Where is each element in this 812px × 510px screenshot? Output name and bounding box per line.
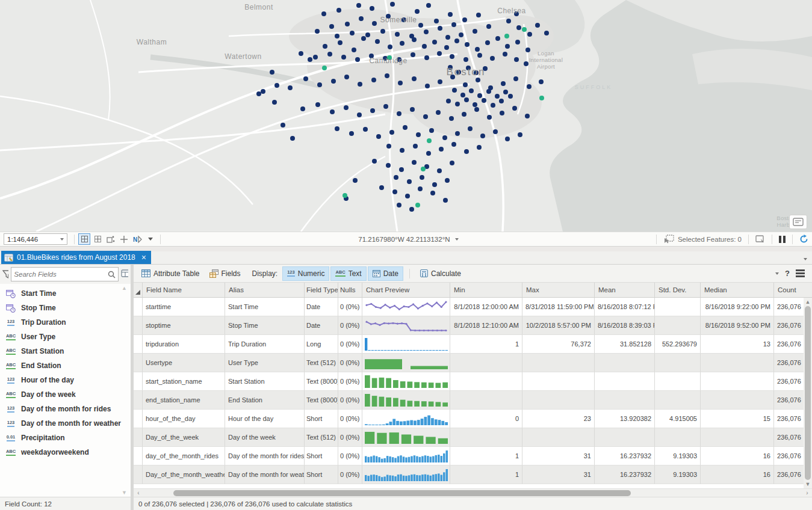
row-selector: [134, 391, 143, 410]
vertical-scroll-thumb[interactable]: [805, 306, 811, 480]
tab-bluebikes-rides[interactable]: 01.BlueBikes rides from August 2018 ×: [1, 251, 151, 264]
cell-nulls: 0 (0%): [338, 335, 362, 354]
map-scale-combobox[interactable]: 1:146,446: [4, 233, 67, 245]
station-dot: [418, 23, 423, 28]
station-dot: [462, 112, 466, 117]
station-dot: [491, 103, 495, 108]
table-row[interactable]: Day_of_the_weekDay of the weekText (512)…: [134, 428, 804, 447]
attribute-table-button[interactable]: Attribute Table: [137, 266, 204, 281]
sidebar-field-precipitation[interactable]: 0.01Precipitation: [0, 431, 131, 445]
sort-indicator-header[interactable]: [134, 283, 143, 297]
sidebar-field-end-station[interactable]: ABCEnd Station: [0, 358, 131, 373]
table-row[interactable]: hour_of_the_dayHour of the dayShort0 (0%…: [134, 410, 804, 428]
add-field-icon[interactable]: [121, 269, 128, 280]
station-dot: [432, 182, 437, 187]
cell-std-dev: 9.19303: [655, 447, 701, 465]
station-dot: [338, 40, 342, 45]
station-dot: [349, 131, 354, 136]
vertical-scrollbar[interactable]: ▲ ▼: [804, 298, 812, 488]
field-list: ▲ ▼ Start TimeStop Time123Trip DurationA…: [0, 284, 131, 497]
sidebar-field-day-of-the-week[interactable]: ABCDay of the week: [0, 387, 131, 402]
horizontal-scrollbar[interactable]: ‹ ›: [134, 488, 812, 497]
ribbon-collapse-icon[interactable]: [775, 272, 779, 275]
col-header-mean[interactable]: Mean: [595, 283, 655, 297]
cell-std-dev: 9.19303: [655, 465, 701, 484]
attribute-table-icon: [141, 269, 150, 277]
cell-std-dev: [655, 391, 701, 410]
col-header-std-dev[interactable]: Std. Dev.: [655, 283, 701, 297]
sidebar-field-stop-time[interactable]: Stop Time: [0, 301, 131, 315]
tabbar-overflow-icon[interactable]: [804, 258, 807, 260]
col-header-max[interactable]: Max: [522, 283, 595, 297]
table-row[interactable]: end_station_nameEnd StationText (8000)0 …: [134, 391, 804, 410]
col-header-count[interactable]: Count: [774, 283, 812, 297]
sidebar-field-start-station[interactable]: ABCStart Station: [0, 344, 131, 358]
sidebar-field-hour-of-the-day[interactable]: 123Hour of the day: [0, 373, 131, 387]
map-tools-dropdown[interactable]: [144, 233, 157, 245]
scroll-right-icon[interactable]: ›: [802, 490, 812, 496]
sidebar-field-user-type[interactable]: ABCUser Type: [0, 330, 131, 344]
fields-button[interactable]: Fields: [205, 266, 245, 281]
search-fields-input[interactable]: [14, 271, 108, 278]
station-dot: [308, 57, 312, 62]
tab-close-icon[interactable]: ×: [141, 253, 146, 262]
map-canvas[interactable]: BelmontWalthamWatertownSomervilleCambrid…: [0, 0, 812, 232]
sidebar-field-trip-duration[interactable]: 123Trip Duration: [0, 315, 131, 330]
table-row[interactable]: starttimeStart TimeDate0 (0%)8/1/2018 12…: [134, 298, 804, 316]
filter-icon[interactable]: [2, 269, 8, 279]
scroll-down-icon[interactable]: ▼: [804, 480, 812, 488]
layout-grid-tool-button[interactable]: [78, 233, 90, 245]
help-icon[interactable]: ?: [785, 269, 790, 278]
station-dot: [329, 24, 334, 29]
table-row[interactable]: Day_of_the_month_weatherDay of the month…: [134, 465, 804, 484]
north-arrow-button[interactable]: N: [131, 233, 143, 245]
clear-selection-icon[interactable]: [755, 235, 765, 244]
col-header-median[interactable]: Median: [701, 283, 774, 297]
sidebar-field-start-time[interactable]: Start Time: [0, 286, 131, 301]
selection-statusbar: 0 of 236,076 selected | 236,076 of 236,0…: [134, 497, 812, 510]
crosshair-tool-button[interactable]: [118, 233, 130, 245]
col-header-nulls[interactable]: Nulls: [338, 283, 362, 297]
grid-tool-button[interactable]: [91, 233, 104, 245]
menu-icon[interactable]: [796, 269, 805, 277]
refresh-icon[interactable]: [799, 235, 808, 244]
col-header-min[interactable]: Min: [450, 283, 522, 297]
scroll-down-icon[interactable]: ▼: [122, 490, 127, 496]
cell-count: 236,076: [774, 447, 804, 465]
table-row[interactable]: stoptimeStop TimeDate0 (0%)8/1/2018 12:1…: [134, 316, 804, 335]
cell-max: 8/31/2018 11:59:00 PM: [522, 298, 595, 316]
measure-tool-button[interactable]: [105, 233, 117, 245]
col-header-alias[interactable]: Alias: [225, 283, 305, 297]
station-dot: [451, 22, 456, 27]
scroll-up-icon[interactable]: ▲: [122, 285, 127, 291]
cell-field-name: hour_of_the_day: [143, 410, 225, 428]
table-row[interactable]: tripdurationTrip DurationLong0 (0%)176,3…: [134, 335, 804, 354]
station-dot: [506, 19, 511, 23]
station-dot: [424, 55, 429, 60]
display-text-toggle[interactable]: ABC Text: [330, 266, 366, 281]
col-header-field-type[interactable]: Field Type: [305, 283, 338, 297]
display-date-toggle[interactable]: Date: [368, 266, 403, 281]
sidebar-field-day-of-the-month-for-weather[interactable]: 123Day of the month for weather: [0, 416, 131, 431]
table-row[interactable]: UsertypeUser TypeText (512)0 (0%)236,076: [134, 354, 804, 372]
bar-chart-preview: [365, 411, 448, 426]
scroll-left-icon[interactable]: ‹: [134, 490, 143, 496]
map-statusbar: 1:146,446 N 71.21679: [0, 232, 812, 247]
horizontal-scroll-thumb[interactable]: [173, 490, 631, 496]
pause-drawing-button[interactable]: [779, 236, 786, 243]
station-dot: [315, 102, 320, 107]
coordinates-dropdown-icon[interactable]: [455, 238, 459, 241]
sidebar-field-day-of-the-month-for-rides[interactable]: 123Day of the month for rides: [0, 402, 131, 416]
station-dot: [355, 57, 360, 62]
table-row[interactable]: day_of_the_month_ridesDay of the month f…: [134, 447, 804, 465]
table-row[interactable]: start_station_nameStart StationText (800…: [134, 372, 804, 391]
calculate-button[interactable]: Calculate: [416, 266, 465, 281]
sidebar-field-weekdayorweekend[interactable]: ABCweekdayorweekend: [0, 445, 131, 459]
scroll-up-icon[interactable]: ▲: [804, 298, 812, 306]
display-numeric-toggle[interactable]: 123 Numeric: [282, 266, 329, 281]
col-header-chart-preview[interactable]: Chart Preview: [362, 283, 450, 297]
col-header-field-name[interactable]: Field Name: [143, 283, 225, 297]
map-view[interactable]: BelmontWalthamWatertownSomervilleCambrid…: [0, 0, 812, 232]
basemap-toggle-button[interactable]: [789, 215, 807, 229]
search-fields-box[interactable]: [11, 267, 119, 281]
